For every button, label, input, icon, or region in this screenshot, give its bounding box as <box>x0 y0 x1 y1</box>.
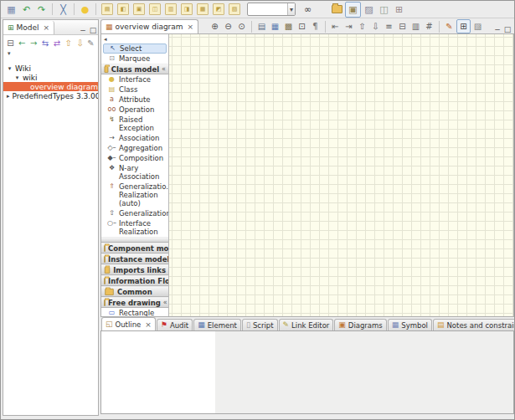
previous-element-icon[interactable]: ⇆ <box>41 38 50 49</box>
palette-tool-n-ary-association[interactable]: ❖N-ary Association <box>101 163 168 182</box>
search-icon[interactable]: ∞ <box>301 3 315 17</box>
tab-element[interactable]: ▦Element <box>193 319 241 330</box>
minimize-button[interactable]: − <box>78 26 88 34</box>
close-icon[interactable]: × <box>145 320 152 329</box>
snap-to-grid-icon[interactable]: # <box>423 20 435 33</box>
perspective-icon-2[interactable]: ▨ <box>362 3 376 17</box>
palette-collapse-icon[interactable]: ◂ <box>101 34 168 44</box>
align-bottom-icon[interactable]: ⇩ <box>369 20 382 33</box>
palette-tool-rectangle[interactable]: ▭Rectangle <box>101 308 168 316</box>
navigate-forward-icon[interactable]: → <box>29 38 39 49</box>
palette-drawer-component-mo[interactable]: Component mo... <box>101 243 168 254</box>
print-icon[interactable]: ▤ <box>255 20 268 33</box>
tree-item-overview-diagram[interactable]: overview diagram <box>3 82 98 91</box>
tab-script[interactable]: ▯Script <box>242 319 278 330</box>
clipped-toolbar-icon[interactable]: ✎ <box>87 38 96 49</box>
align-left-icon[interactable]: ⇤ <box>329 20 342 33</box>
zoom-original-icon[interactable]: ⊙ <box>235 20 248 33</box>
tab-diagrams[interactable]: ▣Diagrams <box>334 319 386 330</box>
next-element-icon[interactable]: ⇄ <box>53 38 62 49</box>
palette-drawer-common[interactable]: Common <box>101 286 168 297</box>
palette-tool-select[interactable]: ↖Select <box>103 44 167 54</box>
close-icon[interactable]: × <box>188 23 194 31</box>
tab-notes-and-constraints[interactable]: ▤Notes and constraints <box>433 319 515 330</box>
tab-model[interactable]: ⊞ Model × <box>3 21 54 34</box>
expand-arrow-icon[interactable]: ▸ <box>7 93 10 100</box>
new-element-icon[interactable]: ▧ <box>229 3 240 15</box>
configure-icon[interactable]: ╳ <box>56 3 70 17</box>
undo-icon[interactable]: ↶ <box>19 3 33 17</box>
zoom-in-icon[interactable]: ⊕ <box>209 20 221 33</box>
tree-item-predefinedtypes-3-3-00[interactable]: ▸PredefinedTypes 3.3.00 <box>3 91 98 100</box>
new-element-icon[interactable]: ▦ <box>197 3 209 15</box>
align-right-icon[interactable]: ⇥ <box>342 20 355 33</box>
palette-tool-raised-exception[interactable]: ↯Raised Exception <box>101 115 168 133</box>
new-element-icon[interactable]: ◧ <box>117 3 129 15</box>
view-menu-arrow-icon[interactable]: ▾ <box>3 49 98 59</box>
palette-tool-marquee[interactable]: ⊡Marquee <box>101 54 168 64</box>
quick-search-combo[interactable]: ▾ <box>247 3 296 16</box>
distribute-icon[interactable]: ≡ <box>383 20 395 33</box>
palette-tool-interface-realization[interactable]: ○–Interface Realization <box>101 218 168 237</box>
dropdown-arrow-icon[interactable]: ▾ <box>287 3 295 15</box>
palette-tool-generalizatio-realization-auto[interactable]: ⇑Generalizatio... Realization (auto) <box>101 182 168 208</box>
new-element-icon[interactable]: ▣ <box>133 3 145 15</box>
minimize-button[interactable]: − <box>492 25 502 33</box>
auto-size-icon[interactable]: ▥ <box>409 20 422 33</box>
palette-tool-attribute[interactable]: aAttribute <box>101 95 168 105</box>
perspective-icon-4[interactable]: ⊞ <box>392 3 406 17</box>
align-top-icon[interactable]: ⇧ <box>356 20 368 33</box>
copy-image-icon[interactable]: ▩ <box>282 20 295 33</box>
palette-tool-aggregation[interactable]: ◇–Aggregation <box>101 143 168 153</box>
save-image-icon[interactable]: ▦ <box>269 20 281 33</box>
palette-drawer-instance-model[interactable]: Instance model <box>101 254 168 264</box>
tab-overview-diagram[interactable]: ▦ overview diagram × <box>100 19 198 33</box>
perspective-icon-3[interactable]: ◫ <box>377 3 391 17</box>
palette-drawer-imports-links[interactable]: Imports links <box>101 264 168 275</box>
page-frame-icon[interactable]: ⊡ <box>296 20 308 33</box>
format-pen-icon[interactable]: ✎ <box>443 20 456 33</box>
palette-tool-generalization[interactable]: ⇧Generalization <box>101 208 168 218</box>
new-element-icon[interactable]: ◩ <box>213 3 224 15</box>
drawer-pin-icon[interactable]: « <box>163 299 167 306</box>
zoom-out-icon[interactable]: ⊖ <box>222 20 234 33</box>
update-model-icon[interactable]: ● <box>78 3 92 17</box>
redo-icon[interactable]: ↷ <box>34 3 49 17</box>
palette-tool-operation[interactable]: ooOperation <box>101 105 168 115</box>
tab-link-editor[interactable]: ✎Link Editor <box>279 319 334 330</box>
maximize-button[interactable]: □ <box>88 26 98 34</box>
palette-tool-interface[interactable]: ●Interface <box>101 74 168 85</box>
tree-item-wiki[interactable]: ▾wiki <box>3 73 98 82</box>
save-icon[interactable]: ▦ <box>4 3 18 17</box>
expand-arrow-icon[interactable]: ▾ <box>7 65 13 72</box>
new-element-icon[interactable]: ▥ <box>165 3 177 15</box>
show-markers-icon[interactable]: ¶ <box>309 20 322 33</box>
palette-drawer-information-flo[interactable]: Information Flo... <box>101 275 168 286</box>
new-element-icon[interactable]: ◫ <box>149 3 161 15</box>
palette-tool-composition[interactable]: ◆–Composition <box>101 153 168 163</box>
navigate-back-icon[interactable]: ← <box>18 38 27 49</box>
collapse-all-icon[interactable]: ⊟ <box>6 38 15 49</box>
same-size-icon[interactable]: ⊟ <box>396 20 409 33</box>
close-icon[interactable]: × <box>44 23 50 32</box>
open-project-icon[interactable] <box>330 3 344 17</box>
maximize-button[interactable]: □ <box>502 25 512 33</box>
diagram-canvas[interactable] <box>169 34 513 316</box>
new-element-icon[interactable]: ▤ <box>101 3 113 15</box>
new-element-icon[interactable]: ◨ <box>181 3 193 15</box>
tree-item-wiki[interactable]: ▾Wiki <box>3 64 98 73</box>
expand-arrow-icon[interactable]: ▾ <box>14 74 20 81</box>
perspective-icon-1[interactable]: ▣ <box>345 2 361 18</box>
show-grid-icon[interactable]: ⊞ <box>456 19 471 33</box>
palette-drawer-free-drawing[interactable]: Free drawing« <box>101 297 168 308</box>
drawer-pin-icon[interactable]: « <box>162 65 166 73</box>
show-rulers-icon[interactable]: ▨ <box>471 20 484 33</box>
move-up-icon[interactable]: ⇧ <box>64 38 73 49</box>
tab-audit[interactable]: ⚑Audit <box>157 319 193 330</box>
palette-drawer-class-model[interactable]: Class model« <box>101 64 168 74</box>
move-down-icon[interactable]: ⇩ <box>75 38 85 49</box>
tab-outline[interactable]: ◱Outline× <box>101 317 156 330</box>
tab-symbol[interactable]: ▦Symbol <box>388 319 432 330</box>
palette-tool-class[interactable]: ▤Class <box>101 85 168 95</box>
palette-tool-association[interactable]: →Association <box>101 133 168 143</box>
